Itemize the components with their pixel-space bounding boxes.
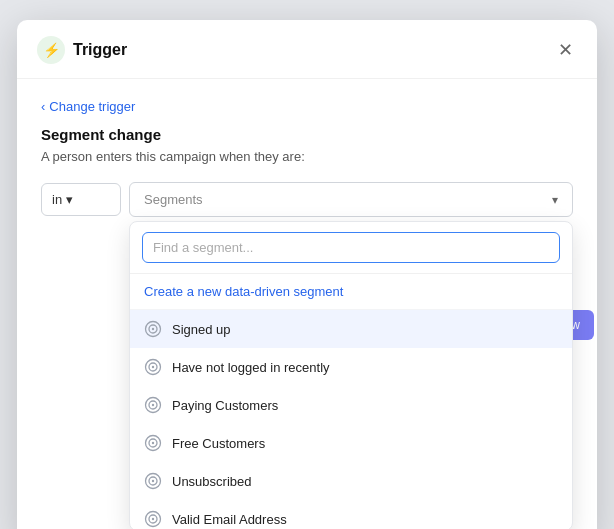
- modal-overlay: ⚡ Trigger ✕ ‹ Change trigger Segment cha…: [0, 0, 614, 529]
- create-segment-link[interactable]: Create a new data-driven segment: [130, 274, 572, 310]
- segment-item-label: Unsubscribed: [172, 474, 252, 489]
- segment-dropdown-panel: Create a new data-driven segment Signed …: [129, 221, 573, 529]
- segment-list: Signed up Have not logged in recently Pa…: [130, 310, 572, 529]
- select-chevron-icon: ▾: [66, 192, 73, 207]
- section-description: A person enters this campaign when they …: [41, 149, 573, 164]
- segments-dropdown-button[interactable]: Segments ▾: [129, 182, 573, 217]
- segment-icon: [144, 396, 162, 414]
- segment-row: in ▾ Segments ▾ Create a new data-driven…: [41, 182, 573, 217]
- header-left: ⚡ Trigger: [37, 36, 127, 64]
- svg-point-2: [152, 328, 154, 330]
- search-input[interactable]: [142, 232, 560, 263]
- segment-list-item[interactable]: Unsubscribed: [130, 462, 572, 500]
- svg-point-17: [152, 518, 154, 520]
- svg-point-8: [152, 404, 154, 406]
- segment-item-label: Valid Email Address: [172, 512, 287, 527]
- svg-point-14: [152, 480, 154, 482]
- svg-point-5: [152, 366, 154, 368]
- segment-icon: [144, 510, 162, 528]
- section-title: Segment change: [41, 126, 573, 143]
- modal-header: ⚡ Trigger ✕: [17, 20, 597, 79]
- segment-list-item[interactable]: Valid Email Address: [130, 500, 572, 529]
- segment-item-label: Free Customers: [172, 436, 265, 451]
- modal-title: Trigger: [73, 41, 127, 59]
- segment-item-label: Paying Customers: [172, 398, 278, 413]
- trigger-modal: ⚡ Trigger ✕ ‹ Change trigger Segment cha…: [17, 20, 597, 529]
- in-select-value: in: [52, 192, 62, 207]
- segment-icon: [144, 434, 162, 452]
- in-select[interactable]: in ▾: [41, 183, 121, 216]
- segments-placeholder: Segments: [144, 192, 203, 207]
- search-box: [130, 222, 572, 274]
- segment-item-label: Have not logged in recently: [172, 360, 330, 375]
- segment-item-label: Signed up: [172, 322, 231, 337]
- back-chevron: ‹: [41, 99, 45, 114]
- segment-icon: [144, 472, 162, 490]
- segment-list-item[interactable]: Have not logged in recently: [130, 348, 572, 386]
- back-link[interactable]: ‹ Change trigger: [41, 99, 573, 114]
- segments-chevron-icon: ▾: [552, 193, 558, 207]
- segment-list-item[interactable]: Paying Customers: [130, 386, 572, 424]
- modal-body: ‹ Change trigger Segment change A person…: [17, 79, 597, 529]
- close-button[interactable]: ✕: [554, 39, 577, 61]
- segment-icon: [144, 358, 162, 376]
- segment-list-item[interactable]: Signed up: [130, 310, 572, 348]
- segment-list-item[interactable]: Free Customers: [130, 424, 572, 462]
- svg-point-11: [152, 442, 154, 444]
- segment-icon: [144, 320, 162, 338]
- trigger-icon: ⚡: [37, 36, 65, 64]
- back-link-label: Change trigger: [49, 99, 135, 114]
